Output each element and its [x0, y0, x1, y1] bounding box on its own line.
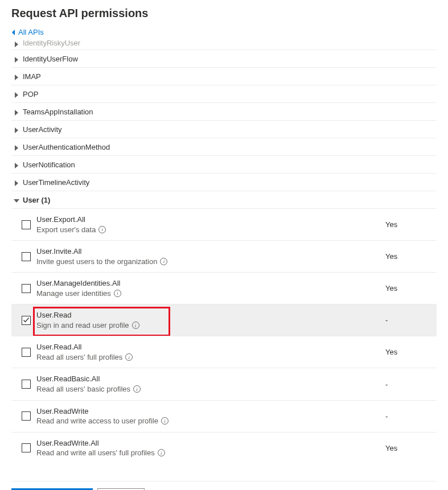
group-row-user[interactable]: User (1): [11, 191, 437, 208]
checkbox-wrap: [11, 411, 36, 421]
permission-desc: Read and write all users' full profilesi: [36, 448, 385, 458]
page-title: Request API permissions: [11, 7, 437, 20]
group-row-identityuserflow[interactable]: IdentityUserFlow: [11, 50, 437, 67]
permission-name: User.ReadWrite.All: [36, 438, 385, 448]
footer-actions: Add permissions Discard: [11, 481, 437, 490]
permission-name: User.ReadWrite: [36, 406, 385, 417]
info-icon[interactable]: i: [160, 258, 167, 265]
permission-checkbox[interactable]: [22, 220, 31, 229]
group-label: UserNotification: [23, 160, 75, 169]
chevron-down-icon: [14, 197, 19, 203]
admin-consent-value: Yes: [385, 220, 437, 229]
permission-desc: Sign in and read user profilei: [36, 320, 385, 331]
checkbox-wrap: [11, 380, 36, 389]
permission-checkbox[interactable]: [22, 411, 31, 421]
permission-text: User.ReadBasic.AllRead all users' basic …: [36, 374, 385, 394]
permission-group-list: IdentityRiskyUserIdentityUserFlowIMAPPOP…: [11, 39, 437, 464]
admin-consent-value: Yes: [385, 348, 437, 356]
group-row-identityriskyuser[interactable]: IdentityRiskyUser: [11, 39, 437, 50]
back-link-label: All APIs: [18, 28, 44, 36]
group-row-usernotif[interactable]: UserNotification: [11, 155, 437, 173]
permission-row-user-export-all[interactable]: User.Export.AllExport user's dataiYes: [11, 208, 437, 240]
permission-desc: Read all users' full profilesi: [36, 352, 385, 363]
group-row-pop[interactable]: POP: [11, 85, 437, 102]
group-row-usertimeline[interactable]: UserTimelineActivity: [11, 173, 437, 191]
permission-row-user-manageid-all[interactable]: User.ManageIdentities.AllManage user ide…: [11, 272, 437, 304]
group-label: UserAuthenticationMethod: [23, 143, 110, 151]
checkbox-wrap: [11, 348, 36, 357]
chevron-right-icon: [14, 126, 19, 132]
checkbox-wrap: [11, 220, 36, 229]
checkbox-wrap: [11, 443, 36, 452]
info-icon[interactable]: i: [98, 226, 106, 233]
permission-row-user-readbasic-all[interactable]: User.ReadBasic.AllRead all users' basic …: [11, 368, 437, 400]
permission-row-user-readwrite-all[interactable]: User.ReadWrite.AllRead and write all use…: [11, 432, 437, 464]
permission-checkbox[interactable]: [22, 252, 31, 261]
chevron-right-icon: [14, 56, 19, 61]
permission-desc: Read all users' basic profilesi: [36, 384, 385, 394]
chevron-right-icon: [14, 144, 19, 150]
permission-name: User.Read.All: [36, 342, 385, 352]
info-icon[interactable]: i: [133, 385, 141, 393]
chevron-right-icon: [14, 40, 19, 46]
checkbox-wrap: [11, 316, 36, 325]
permission-row-user-read[interactable]: User.ReadSign in and read user profilei-: [11, 304, 437, 336]
info-icon[interactable]: i: [161, 417, 168, 425]
group-row-imap[interactable]: IMAP: [11, 67, 437, 85]
permission-desc: Read and write access to user profilei: [36, 416, 385, 426]
info-icon[interactable]: i: [114, 290, 121, 297]
back-all-apis-link[interactable]: All APIs: [0, 24, 55, 39]
admin-consent-value: -: [385, 412, 437, 421]
group-label: IdentityRiskyUser: [23, 39, 80, 47]
chevron-right-icon: [14, 109, 19, 114]
permission-row-user-readwrite[interactable]: User.ReadWriteRead and write access to u…: [11, 400, 437, 432]
permission-text: User.ManageIdentities.AllManage user ide…: [36, 278, 385, 298]
permission-checkbox[interactable]: [22, 316, 31, 325]
info-icon[interactable]: i: [158, 449, 165, 456]
info-icon[interactable]: i: [125, 353, 133, 361]
permission-row-user-invite-all[interactable]: User.Invite.AllInvite guest users to the…: [11, 240, 437, 272]
permission-text: User.ReadWriteRead and write access to u…: [36, 406, 385, 426]
group-row-useractivity[interactable]: UserActivity: [11, 120, 437, 138]
checkbox-wrap: [11, 284, 36, 293]
group-label: IdentityUserFlow: [23, 55, 78, 63]
admin-consent-value: -: [385, 316, 437, 324]
group-label: User (1): [23, 196, 50, 204]
permission-row-user-read-all[interactable]: User.Read.AllRead all users' full profil…: [11, 336, 437, 368]
group-row-userauth[interactable]: UserAuthenticationMethod: [11, 138, 437, 155]
permission-name: User.ManageIdentities.All: [36, 278, 385, 289]
info-icon[interactable]: i: [132, 322, 139, 329]
group-row-teamsappinstall[interactable]: TeamsAppInstallation: [11, 102, 437, 120]
admin-consent-value: Yes: [385, 284, 437, 293]
group-label: UserTimelineActivity: [23, 178, 89, 187]
permission-checkbox[interactable]: [22, 443, 31, 452]
chevron-left-icon: [11, 30, 16, 35]
chevron-right-icon: [14, 179, 19, 185]
admin-consent-value: Yes: [385, 252, 437, 261]
permission-checkbox[interactable]: [22, 284, 31, 293]
permission-text: User.Read.AllRead all users' full profil…: [36, 342, 385, 362]
permission-text: User.Export.AllExport user's datai: [36, 215, 385, 234]
group-label: POP: [23, 90, 38, 98]
group-label: UserActivity: [23, 125, 62, 134]
permission-text: User.ReadWrite.AllRead and write all use…: [36, 438, 385, 458]
permission-name: User.Read: [36, 310, 385, 320]
permission-checkbox[interactable]: [22, 380, 31, 389]
permission-text: User.ReadSign in and read user profilei: [36, 310, 385, 330]
permission-text: User.Invite.AllInvite guest users to the…: [36, 246, 385, 266]
permission-name: User.ReadBasic.All: [36, 374, 385, 384]
chevron-right-icon: [14, 73, 19, 79]
permission-name: User.Invite.All: [36, 246, 385, 257]
admin-consent-value: -: [385, 380, 437, 389]
permission-name: User.Export.All: [36, 215, 385, 225]
admin-consent-value: Yes: [385, 444, 437, 452]
chevron-right-icon: [14, 162, 19, 167]
permission-checkbox[interactable]: [22, 348, 31, 357]
chevron-right-icon: [14, 91, 19, 97]
group-label: IMAP: [23, 72, 41, 81]
permission-desc: Manage user identitiesi: [36, 289, 385, 299]
group-label: TeamsAppInstallation: [23, 108, 93, 116]
permission-desc: Export user's datai: [36, 225, 385, 235]
checkbox-wrap: [11, 252, 36, 261]
permission-desc: Invite guest users to the organizationi: [36, 257, 385, 267]
